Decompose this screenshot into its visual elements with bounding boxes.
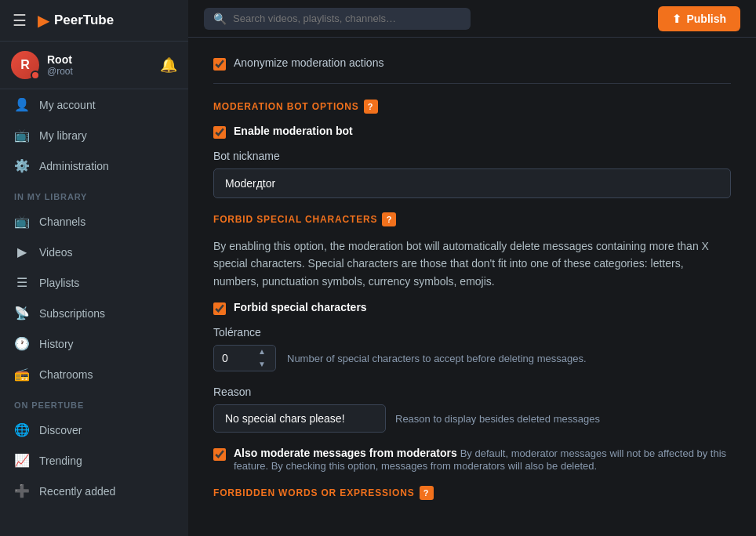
sidebar-item-label: My library: [39, 129, 87, 142]
trending-icon: 📈: [14, 453, 30, 468]
section-label-my-library: IN MY LIBRARY: [0, 181, 188, 206]
library-icon: 📺: [14, 128, 30, 143]
forbid-description: By enabling this option, the moderation …: [213, 237, 731, 290]
reason-hint: Reason to display besides deleted messag…: [395, 413, 600, 425]
account-icon: 👤: [14, 97, 30, 112]
bot-nickname-label: Bot nickname: [213, 150, 731, 162]
user-info: R Root @root: [11, 51, 73, 79]
logo-area: ▶ PeerTube: [38, 11, 114, 30]
discover-icon: 🌐: [14, 422, 30, 437]
publish-button[interactable]: ⬆ Publish: [658, 6, 740, 31]
sidebar-item-recently-added[interactable]: ➕ Recently added: [0, 476, 188, 506]
sidebar-item-label: Administration: [39, 160, 109, 172]
section-bot-options-label: MODERATION BOT OPTIONS: [213, 101, 359, 112]
reason-label: Reason: [213, 386, 731, 398]
bot-nickname-group: Bot nickname: [213, 150, 731, 198]
tolerance-input[interactable]: [214, 346, 253, 371]
sidebar-item-label: Chatrooms: [39, 368, 93, 381]
sidebar-item-history[interactable]: 🕐 History: [0, 328, 188, 359]
subscriptions-icon: 📡: [14, 306, 30, 321]
hamburger-button[interactable]: ☰: [9, 8, 30, 33]
search-icon: 🔍: [213, 13, 227, 25]
publish-icon: ⬆: [672, 13, 681, 25]
sidebar-item-label: Discover: [39, 424, 82, 436]
user-section: R Root @root 🔔: [0, 42, 188, 89]
also-moderate-label[interactable]: Also moderate messages from moderators B…: [234, 447, 731, 472]
tolerance-group: Tolérance ▲ ▼ Number of special characte…: [213, 326, 731, 371]
tolerance-hint: Number of special characters to accept b…: [287, 353, 587, 364]
also-moderate-checkbox[interactable]: [213, 448, 226, 461]
sidebar-item-discover[interactable]: 🌐 Discover: [0, 415, 188, 445]
anonymize-label[interactable]: Anonymize moderation actions: [234, 56, 383, 69]
enable-bot-row: Enable moderation bot: [213, 125, 731, 139]
playlists-icon: ☰: [14, 275, 30, 290]
sidebar-item-label: Trending: [39, 455, 82, 467]
stepper-up-button[interactable]: ▲: [253, 346, 271, 358]
logo-text: PeerTube: [54, 13, 114, 28]
sidebar-item-administration[interactable]: ⚙️ Administration: [0, 150, 188, 181]
sidebar-item-videos[interactable]: ▶ Videos: [0, 237, 188, 267]
sidebar-header: ☰ ▶ PeerTube: [0, 0, 188, 42]
section-bot-options-title: MODERATION BOT OPTIONS ?: [213, 100, 731, 114]
forbidden-words-help-icon[interactable]: ?: [420, 486, 434, 500]
recently-added-icon: ➕: [14, 483, 30, 498]
forbid-chars-checkbox[interactable]: [213, 302, 226, 315]
sidebar-item-chatrooms[interactable]: 📻 Chatrooms: [0, 359, 188, 389]
sidebar-item-label: Videos: [39, 246, 73, 259]
bot-options-help-icon[interactable]: ?: [364, 100, 378, 114]
reason-input[interactable]: [213, 404, 386, 433]
publish-label: Publish: [686, 13, 726, 25]
search-input[interactable]: [233, 13, 461, 24]
section-forbid-chars-label: FORBID SPECIAL CHARACTERS: [213, 214, 377, 225]
enable-bot-checkbox[interactable]: [213, 126, 226, 139]
logo-icon: ▶: [38, 11, 49, 30]
sidebar: ☰ ▶ PeerTube R Root @root 🔔 👤 My account…: [0, 0, 188, 536]
user-name: Root: [47, 53, 73, 66]
stepper-down-button[interactable]: ▼: [253, 358, 271, 371]
sidebar-item-playlists[interactable]: ☰ Playlists: [0, 267, 188, 298]
nav-library: 📺 Channels ▶ Videos ☰ Playlists 📡 Subscr…: [0, 206, 188, 389]
sidebar-item-label: Channels: [39, 215, 85, 228]
section-forbidden-words-label: FORBIDDEN WORDS OR EXPRESSIONS: [213, 487, 415, 498]
anonymize-row: Anonymize moderation actions: [213, 56, 731, 84]
number-stepper: ▲ ▼: [253, 346, 271, 371]
user-details: Root @root: [47, 53, 73, 77]
nav-top: 👤 My account 📺 My library ⚙️ Administrat…: [0, 89, 188, 181]
topbar: 🔍 ⬆ Publish: [188, 0, 756, 38]
avatar-badge: [31, 71, 40, 80]
section-forbidden-words-title: FORBIDDEN WORDS OR EXPRESSIONS ?: [213, 486, 731, 500]
number-input-wrapper: ▲ ▼: [213, 345, 276, 371]
enable-bot-label[interactable]: Enable moderation bot: [234, 125, 353, 137]
administration-icon: ⚙️: [14, 158, 30, 173]
anonymize-checkbox[interactable]: [213, 58, 226, 71]
sidebar-item-label: History: [39, 338, 74, 350]
search-box: 🔍: [204, 8, 471, 30]
content-area: Anonymize moderation actions MODERATION …: [188, 38, 756, 536]
main-area: 🔍 ⬆ Publish Anonymize moderation actions…: [188, 0, 756, 536]
bot-nickname-input[interactable]: [213, 168, 731, 198]
section-forbid-chars-title: FORBID SPECIAL CHARACTERS ?: [213, 212, 731, 226]
sidebar-item-channels[interactable]: 📺 Channels: [0, 206, 188, 237]
sidebar-item-trending[interactable]: 📈 Trending: [0, 445, 188, 476]
nav-peertube: 🌐 Discover 📈 Trending ➕ Recently added: [0, 415, 188, 506]
section-label-on-peertube: ON PEERTUBE: [0, 389, 188, 415]
forbid-chars-label[interactable]: Forbid special characters: [234, 301, 367, 313]
sidebar-item-subscriptions[interactable]: 📡 Subscriptions: [0, 298, 188, 328]
avatar: R: [11, 51, 39, 79]
sidebar-item-label: Playlists: [39, 277, 79, 289]
reason-row: Reason to display besides deleted messag…: [213, 404, 731, 433]
forbid-chars-help-icon[interactable]: ?: [382, 212, 396, 226]
sidebar-item-label: My account: [39, 99, 96, 111]
sidebar-item-label: Subscriptions: [39, 307, 105, 320]
history-icon: 🕐: [14, 336, 30, 351]
user-handle: @root: [47, 66, 73, 77]
sidebar-item-library[interactable]: 📺 My library: [0, 120, 188, 150]
notification-bell-button[interactable]: 🔔: [160, 56, 177, 74]
videos-icon: ▶: [14, 244, 30, 259]
chatrooms-icon: 📻: [14, 367, 30, 382]
sidebar-item-account[interactable]: 👤 My account: [0, 89, 188, 120]
channels-icon: 📺: [14, 214, 30, 229]
also-moderate-row: Also moderate messages from moderators B…: [213, 447, 731, 472]
forbid-chars-row: Forbid special characters: [213, 301, 731, 315]
reason-group: Reason Reason to display besides deleted…: [213, 386, 731, 433]
